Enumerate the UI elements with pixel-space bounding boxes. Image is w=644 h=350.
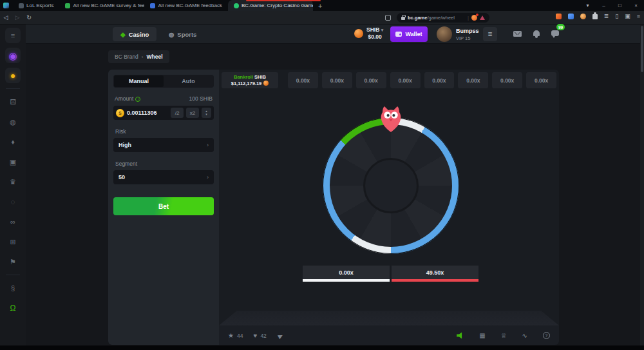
workspace-icon[interactable] xyxy=(3,3,9,8)
warning-triangle-icon[interactable] xyxy=(480,15,485,20)
game-shows-icon[interactable]: ▣ xyxy=(5,154,21,170)
segment-value: 50 xyxy=(118,174,125,180)
amount-input[interactable]: $ 0.00111306 /2 x2 ▴ ▾ xyxy=(113,106,214,120)
wallet-icon xyxy=(395,32,402,37)
notifications-bell-icon[interactable] xyxy=(533,30,540,36)
tab-favicon xyxy=(19,3,24,8)
extensions-puzzle-icon[interactable] xyxy=(592,14,598,19)
browser-tab-lol[interactable]: LoL Esports xyxy=(13,0,59,11)
tab-auto[interactable]: Auto xyxy=(164,75,213,87)
collections-icon[interactable]: ≣ xyxy=(604,14,609,19)
history-multiplier[interactable]: 0.00x xyxy=(526,72,556,88)
history-multiplier[interactable]: 0.00x xyxy=(390,72,421,88)
split-screen-icon[interactable]: ▣ xyxy=(625,14,630,19)
tab-manual[interactable]: Manual xyxy=(114,75,164,87)
history-multiplier[interactable]: 0.00x xyxy=(288,72,318,88)
double-amount-button[interactable]: x2 xyxy=(186,108,199,118)
tab-title: LoL Esports xyxy=(26,3,53,8)
mail-icon[interactable] xyxy=(513,31,522,37)
lottery-icon[interactable]: ♦ xyxy=(5,134,21,150)
user-info[interactable]: Bumpss VIP 15 xyxy=(456,28,479,41)
bonus-spin-icon[interactable]: ◉ xyxy=(5,48,21,63)
tab-sports[interactable]: ◍ Sports xyxy=(162,27,203,41)
history-multiplier[interactable]: 0.00x xyxy=(322,72,352,88)
game-footer: ★ 44 ♥ 42 ▶ ▦ ♕ ∿ ? xyxy=(219,326,559,345)
bottom-strip xyxy=(0,345,644,350)
info-icon[interactable]: i xyxy=(135,97,140,102)
transactions-list-icon[interactable]: ≣ xyxy=(483,27,497,41)
shield-extension-icon[interactable] xyxy=(471,15,477,21)
extension-icon[interactable] xyxy=(556,14,562,19)
new-tab-button[interactable]: + xyxy=(318,2,322,10)
reload-icon[interactable]: ↻ xyxy=(23,14,35,21)
sports-ball-icon[interactable]: ◍ xyxy=(5,114,21,130)
bet-button[interactable]: Bet xyxy=(113,197,214,215)
balance-value: $0.00 xyxy=(368,34,381,41)
heart-icon[interactable]: ♥ xyxy=(253,332,257,339)
community-icon[interactable]: ⊞ xyxy=(5,234,21,249)
tab-casino[interactable]: ◆ Casino xyxy=(113,27,156,41)
chevron-right-icon: › xyxy=(207,142,209,148)
trophy-icon[interactable]: ♕ xyxy=(501,333,507,339)
owl-pointer-icon xyxy=(380,106,402,133)
history-multiplier[interactable]: 0.00x xyxy=(356,72,386,88)
amount-hint: 100 SHIB xyxy=(189,95,213,102)
menu-icon[interactable]: ≡ xyxy=(5,28,21,43)
bookmark-icon[interactable] xyxy=(385,15,391,21)
segment-label: Segment xyxy=(115,160,214,167)
casino-diamond-icon: ◆ xyxy=(120,31,126,38)
browser-menu-icon[interactable]: ≡ xyxy=(637,14,640,19)
live-stats-icon[interactable]: ∿ xyxy=(522,333,527,339)
hotkeys-keyboard-icon[interactable]: ▦ xyxy=(479,333,485,339)
casino-dice-icon[interactable]: ⚄ xyxy=(5,94,21,110)
affiliate-icon[interactable]: ∞ xyxy=(5,214,21,229)
vip-crown-icon[interactable]: ♛ xyxy=(5,174,21,190)
extension-icon[interactable] xyxy=(568,14,574,19)
back-icon[interactable]: ◁ xyxy=(0,14,12,21)
restore-button[interactable]: □ xyxy=(612,0,628,11)
history-multiplier[interactable]: 0.00x xyxy=(492,72,522,88)
half-amount-button[interactable]: /2 xyxy=(171,108,184,118)
user-avatar[interactable] xyxy=(437,26,452,42)
result-item: 49.50x xyxy=(392,266,478,282)
game-container: Manual Auto Amounti 100 SHIB $ 0.0011130… xyxy=(108,70,559,345)
currency-selector[interactable]: SHIB ▾ $0.00 xyxy=(354,26,383,40)
forward-icon[interactable]: ▷ xyxy=(12,14,23,21)
segment-select[interactable]: 50 › xyxy=(113,170,214,184)
sidebar-divider xyxy=(6,88,20,89)
history-multiplier[interactable]: 0.00x xyxy=(424,72,455,88)
sidebar-panel-icon[interactable]: ▯ xyxy=(615,14,618,19)
extension-icon[interactable] xyxy=(580,14,586,19)
tab-menu-icon[interactable]: ▾ xyxy=(580,0,596,11)
minimize-button[interactable]: – xyxy=(596,0,612,11)
scrollbar-thumb[interactable] xyxy=(641,26,643,72)
address-bar[interactable]: bc.game/game/wheel | xyxy=(397,13,489,23)
share-send-icon[interactable]: ▶ xyxy=(277,331,284,339)
amount-stepper[interactable]: ▴ ▾ xyxy=(202,108,211,118)
stepper-down-icon[interactable]: ▾ xyxy=(205,113,207,117)
risk-select[interactable]: High › xyxy=(113,138,214,152)
history-multiplier[interactable]: 0.00x xyxy=(458,72,488,88)
star-icon[interactable]: ★ xyxy=(228,332,234,339)
chat-icon[interactable] xyxy=(551,30,559,36)
blog-link-icon[interactable]: § xyxy=(5,280,21,296)
browser-tab-survey[interactable]: All new BC.GAME survey & feedback xyxy=(59,0,144,11)
support-headset-icon[interactable]: Ω xyxy=(5,300,21,316)
favorites-stat[interactable]: ★ 44 xyxy=(228,332,243,339)
browser-tab-bcgame-active[interactable]: BC.Game: Crypto Casino Games & × xyxy=(228,0,313,11)
page-scrollbar[interactable] xyxy=(640,24,644,345)
bonus-circle-icon[interactable]: ◌ xyxy=(5,194,21,209)
wallet-button[interactable]: Wallet xyxy=(390,26,428,42)
amount-value[interactable]: 0.00111306 xyxy=(127,110,168,116)
breadcrumb: BC Brand › Wheel xyxy=(108,50,169,63)
browser-tab-feedback[interactable]: All new BC.GAME feedback xyxy=(144,0,228,11)
sound-on-icon[interactable] xyxy=(457,332,464,339)
close-window-button[interactable]: × xyxy=(628,0,644,11)
help-icon[interactable]: ? xyxy=(543,332,550,339)
bankroll-box: Bankroll SHIB $1,112,179.19 xyxy=(222,72,278,88)
forum-chat-icon[interactable]: ⚑ xyxy=(5,254,21,269)
rewards-coins-icon[interactable]: ● xyxy=(5,68,21,83)
likes-stat[interactable]: ♥ 42 xyxy=(253,332,266,339)
breadcrumb-parent[interactable]: BC Brand xyxy=(115,53,138,60)
lock-icon xyxy=(401,17,405,20)
